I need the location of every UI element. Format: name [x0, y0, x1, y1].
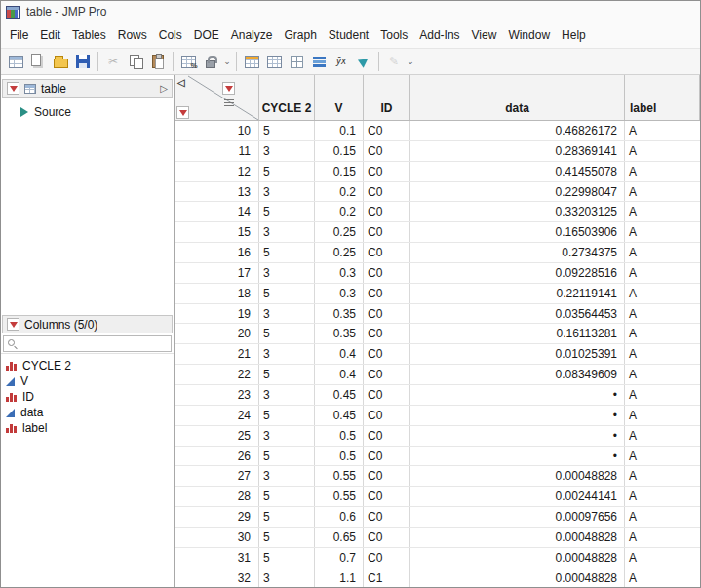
cell-rownum[interactable]: 27 [175, 466, 259, 486]
cell-cycle2[interactable]: 3 [259, 344, 315, 364]
cell-cycle2[interactable]: 3 [259, 222, 315, 242]
menu-student[interactable]: Student [323, 25, 374, 45]
cell-rownum[interactable]: 29 [175, 507, 259, 527]
cell-v[interactable]: 0.55 [315, 466, 364, 486]
columns-menu-red-triangle-icon[interactable] [222, 82, 235, 95]
cell-label[interactable]: A [625, 406, 700, 425]
columns-hamburger-icon[interactable] [224, 98, 234, 106]
cell-rownum[interactable]: 24 [175, 406, 259, 425]
cell-rownum[interactable]: 14 [175, 202, 259, 221]
column-header-data[interactable]: data [410, 75, 625, 120]
cell-rownum[interactable]: 13 [175, 182, 259, 202]
cell-id[interactable]: C0 [364, 243, 410, 262]
cell-cycle2[interactable]: 5 [259, 487, 315, 506]
cell-data[interactable]: 0.00244141 [410, 487, 625, 506]
table-row[interactable]: 1930.35C00.03564453A [175, 304, 700, 325]
table-row[interactable]: 1850.3C00.22119141A [175, 284, 700, 304]
cell-data[interactable]: • [410, 406, 625, 425]
cell-id[interactable]: C0 [364, 162, 410, 181]
cell-v[interactable]: 0.2 [315, 182, 364, 202]
cell-cycle2[interactable]: 5 [259, 162, 315, 181]
cell-rownum[interactable]: 21 [175, 344, 259, 364]
menu-help[interactable]: Help [556, 25, 592, 45]
cell-rownum[interactable]: 11 [175, 141, 259, 161]
table-row[interactable]: 1650.25C00.2734375A [175, 243, 700, 263]
cell-cycle2[interactable]: 5 [259, 365, 315, 384]
table-row[interactable]: 1450.2C00.33203125A [175, 202, 700, 222]
cell-id[interactable]: C0 [364, 202, 410, 221]
cell-id[interactable]: C0 [364, 426, 410, 446]
cell-cycle2[interactable]: 3 [259, 304, 315, 324]
cell-label[interactable]: A [625, 182, 700, 202]
cell-data[interactable]: 0.41455078 [410, 162, 625, 181]
cell-cycle2[interactable]: 5 [259, 528, 315, 547]
cell-id[interactable]: C0 [364, 263, 410, 283]
cell-cycle2[interactable]: 3 [259, 263, 315, 283]
cell-data[interactable]: 0.00048828 [410, 548, 625, 568]
table-row[interactable]: 3231.1C10.00048828A [175, 568, 700, 587]
tabulate-icon[interactable]: % [177, 51, 199, 72]
table-row[interactable]: 2130.4C00.01025391A [175, 344, 700, 365]
split-table-icon[interactable] [286, 51, 307, 72]
column-list-item[interactable]: label [1, 420, 174, 436]
cell-id[interactable]: C0 [364, 222, 410, 242]
cell-label[interactable]: A [625, 466, 700, 486]
column-header-cycle2[interactable]: CYCLE 2 [259, 75, 315, 120]
summary-table-icon[interactable] [263, 51, 285, 72]
cell-label[interactable]: A [625, 202, 700, 221]
cell-cycle2[interactable]: 5 [259, 243, 315, 262]
menu-graph[interactable]: Graph [278, 25, 322, 45]
overflow-chevron-icon[interactable]: ⌄ [406, 51, 415, 72]
cell-cycle2[interactable]: 5 [259, 284, 315, 303]
cell-label[interactable]: A [625, 344, 700, 364]
cell-data[interactable]: 0.33203125 [410, 202, 625, 221]
menu-rows[interactable]: Rows [112, 25, 153, 45]
columns-search-input[interactable] [4, 336, 171, 351]
table-red-triangle-icon[interactable] [7, 82, 19, 95]
cell-label[interactable]: A [625, 141, 700, 161]
run-script-icon[interactable] [353, 51, 374, 72]
cell-cycle2[interactable]: 3 [259, 426, 315, 446]
table-row[interactable]: 3150.7C00.00048828A [175, 548, 700, 568]
cell-label[interactable]: A [625, 385, 700, 405]
table-row[interactable]: 3050.65C00.00048828A [175, 528, 700, 548]
table-row[interactable]: 1530.25C00.16503906A [175, 222, 700, 243]
cell-label[interactable]: A [625, 121, 700, 140]
cell-v[interactable]: 0.35 [315, 304, 364, 324]
menu-analyze[interactable]: Analyze [225, 25, 279, 45]
cell-data[interactable]: 0.01025391 [410, 344, 625, 364]
cell-id[interactable]: C0 [364, 507, 410, 527]
table-row[interactable]: 2330.45C0•A [175, 385, 700, 406]
table-row[interactable]: 1050.1C00.46826172A [175, 121, 700, 141]
cell-data[interactable]: 0.16503906 [410, 222, 625, 242]
cell-data[interactable]: 0.16113281 [410, 324, 625, 343]
menu-tools[interactable]: Tools [374, 25, 413, 45]
table-row[interactable]: 1130.15C00.28369141A [175, 141, 700, 162]
expand-panel-icon[interactable]: ▷ [160, 83, 168, 94]
cell-rownum[interactable]: 23 [175, 385, 259, 405]
graph-builder-icon[interactable] [308, 51, 330, 72]
cell-id[interactable]: C0 [364, 344, 410, 364]
cell-id[interactable]: C0 [364, 528, 410, 547]
cell-v[interactable]: 0.1 [315, 121, 364, 140]
cell-v[interactable]: 1.1 [315, 568, 364, 587]
table-row[interactable]: 2050.35C00.16113281A [175, 324, 700, 344]
journal-icon[interactable] [27, 51, 49, 72]
cell-label[interactable]: A [625, 568, 700, 587]
cell-v[interactable]: 0.45 [315, 385, 364, 405]
menu-addins[interactable]: Add-Ins [413, 25, 465, 45]
cell-id[interactable]: C0 [364, 466, 410, 486]
cell-id[interactable]: C0 [364, 365, 410, 384]
cell-cycle2[interactable]: 5 [259, 447, 315, 466]
menu-window[interactable]: Window [502, 25, 556, 45]
cell-id[interactable]: C0 [364, 406, 410, 425]
cell-rownum[interactable]: 20 [175, 324, 259, 343]
cell-data[interactable]: • [410, 385, 625, 405]
cell-cycle2[interactable]: 5 [259, 202, 315, 221]
cell-id[interactable]: C1 [364, 568, 410, 587]
cell-rownum[interactable]: 32 [175, 568, 259, 587]
menu-doe[interactable]: DOE [188, 25, 225, 45]
cell-cycle2[interactable]: 5 [259, 507, 315, 527]
open-icon[interactable] [50, 51, 71, 72]
copy-icon[interactable] [125, 51, 146, 72]
